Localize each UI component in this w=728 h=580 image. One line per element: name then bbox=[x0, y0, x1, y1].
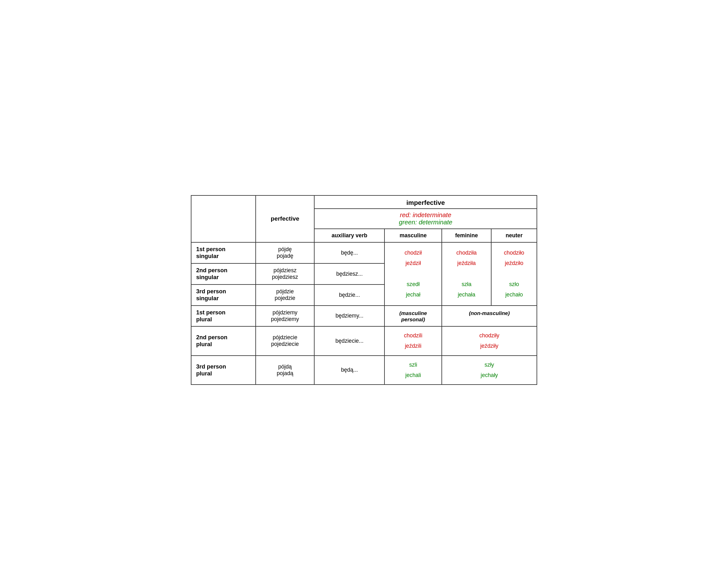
nonmasc-2pl: chodziłyjeździły bbox=[442, 326, 537, 356]
auxiliary-1pl: będziemy... bbox=[314, 306, 385, 326]
conjugation-table: perfective imperfective red: indetermina… bbox=[191, 195, 537, 385]
corner-cell bbox=[191, 195, 256, 242]
perfective-3sg: pójdziepojedzie bbox=[256, 284, 314, 306]
neuter-singular: chodziłojeździło szłojechało bbox=[491, 242, 537, 306]
perfective-header: perfective bbox=[256, 195, 314, 242]
legend-red-text: red: indeterminate bbox=[317, 212, 534, 219]
perfective-3pl: pójdąpojadą bbox=[256, 356, 314, 385]
perfective-2sg: pójdzieszpojedziesz bbox=[256, 264, 314, 284]
neuter-header: neuter bbox=[491, 229, 537, 242]
masc-3pl: szlijechali bbox=[385, 356, 442, 385]
person-1pl: 1st personplural bbox=[191, 306, 256, 326]
auxiliary-2sg: będziesz... bbox=[314, 264, 385, 284]
person-3pl: 3rd personplural bbox=[191, 356, 256, 385]
imperfective-label: imperfective bbox=[406, 199, 445, 206]
nonmasc-3pl: szłyjechały bbox=[442, 356, 537, 385]
auxiliary-3pl: będą... bbox=[314, 356, 385, 385]
masc-personal-header: (masculinepersonal) bbox=[385, 306, 442, 326]
masculine-label: masculine bbox=[399, 232, 427, 239]
feminine-header: feminine bbox=[442, 229, 491, 242]
table-row-1sg: 1st personsingular pójdępojadę będę... c… bbox=[191, 242, 537, 264]
legend-cell: red: indeterminate green: determinate bbox=[314, 209, 537, 229]
perfective-1pl: pójdziemypojedziemy bbox=[256, 306, 314, 326]
masculine-header: masculine bbox=[385, 229, 442, 242]
table-row-3pl: 3rd personplural pójdąpojadą będą... szl… bbox=[191, 356, 537, 385]
fem-singular: chodziłajeździła szłajechała bbox=[442, 242, 491, 306]
main-table-container: perfective imperfective red: indetermina… bbox=[191, 195, 537, 385]
person-3sg: 3rd personsingular bbox=[191, 284, 256, 306]
non-masculine-header: (non-masculine) bbox=[442, 306, 537, 326]
legend-green-text: green: determinate bbox=[317, 219, 534, 226]
masc-singular: chodziłjeździł szedłjechał bbox=[385, 242, 442, 306]
auxiliary-label: auxiliary verb bbox=[332, 232, 367, 239]
auxiliary-verb-header: auxiliary verb bbox=[314, 229, 385, 242]
person-1sg: 1st personsingular bbox=[191, 242, 256, 264]
perfective-1sg: pójdępojadę bbox=[256, 242, 314, 264]
masc-2pl: chodzilijeździli bbox=[385, 326, 442, 356]
person-2pl: 2nd personplural bbox=[191, 326, 256, 356]
table-row-1pl: 1st personplural pójdziemypojedziemy będ… bbox=[191, 306, 537, 326]
person-2sg: 2nd personsingular bbox=[191, 264, 256, 284]
imperfective-header: imperfective bbox=[314, 195, 537, 209]
auxiliary-3sg: będzie... bbox=[314, 284, 385, 306]
neuter-label: neuter bbox=[506, 232, 523, 239]
auxiliary-1sg: będę... bbox=[314, 242, 385, 264]
table-row-2pl: 2nd personplural pójdzieciepojedziecie b… bbox=[191, 326, 537, 356]
feminine-label: feminine bbox=[455, 232, 478, 239]
perfective-label: perfective bbox=[271, 215, 300, 222]
perfective-2pl: pójdzieciepojedziecie bbox=[256, 326, 314, 356]
auxiliary-2pl: będziecie... bbox=[314, 326, 385, 356]
